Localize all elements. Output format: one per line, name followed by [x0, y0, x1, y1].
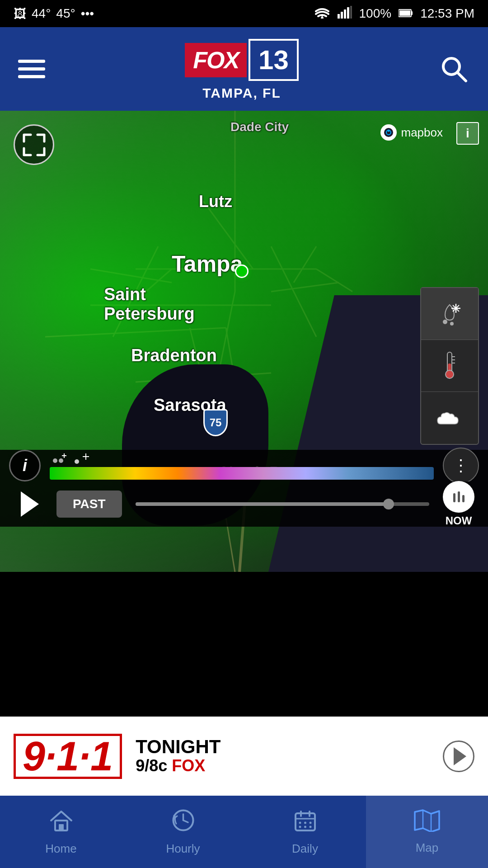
timeline-scrubber[interactable]	[136, 502, 429, 506]
nav-item-map[interactable]: Map	[366, 796, 488, 868]
svg-rect-8	[399, 10, 410, 16]
fox13-logo: FOX 13	[185, 38, 299, 83]
logo-area: FOX 13 TAMPA, FL	[185, 38, 299, 101]
status-temp2: 45°	[56, 6, 75, 21]
svg-point-51	[75, 459, 79, 464]
ad-timeslot: 9/8c	[136, 756, 167, 775]
battery-pct: 100%	[359, 6, 392, 21]
nav-label-hourly: Hourly	[166, 842, 200, 856]
timeline-thumb	[383, 499, 394, 509]
city-label-dade: Dade City	[230, 120, 289, 134]
playback-controls: PAST NOW	[0, 481, 488, 527]
svg-rect-4	[347, 7, 349, 19]
svg-point-66	[309, 822, 311, 824]
nav-label-map: Map	[416, 841, 439, 855]
svg-point-32	[384, 128, 393, 137]
ad-content: TONIGHT 9/8c FOX	[122, 737, 443, 775]
svg-point-35	[443, 320, 447, 324]
layer-clouds-button[interactable]	[421, 392, 478, 444]
status-bar: 🖼 44° 45° ••• 100%	[0, 0, 488, 27]
mapbox-text: mapbox	[401, 126, 443, 140]
ad-logo-area: 9·1·1	[14, 734, 122, 779]
map-icon	[414, 809, 440, 837]
timeline-progress-fill	[136, 502, 394, 506]
wifi-icon	[314, 6, 330, 22]
app-header: FOX 13 TAMPA, FL	[0, 27, 488, 111]
svg-point-43	[446, 370, 454, 378]
nav-label-daily: Daily	[292, 842, 318, 856]
past-button[interactable]: PAST	[56, 491, 122, 518]
mapbox-logo-icon	[380, 124, 397, 141]
more-options-icon: ⋮	[453, 456, 469, 475]
svg-rect-55	[458, 491, 460, 502]
svg-point-67	[299, 826, 301, 828]
legend-more-button[interactable]: ⋮	[443, 448, 479, 484]
legend-mixed-icon	[72, 452, 90, 465]
now-button[interactable]: NOW	[443, 481, 474, 527]
menu-button[interactable]	[18, 60, 45, 78]
city-label-saint-pete: SaintPetersburg	[104, 285, 195, 324]
nav-label-home: Home	[45, 842, 76, 856]
nav-item-home[interactable]: Home	[0, 796, 122, 868]
highway-shield-i75: 75	[203, 409, 228, 436]
layer-precipitation-button[interactable]	[421, 288, 478, 340]
legend-info-button[interactable]: i	[9, 450, 41, 481]
legend-color-scale	[50, 467, 434, 480]
svg-rect-2	[341, 12, 343, 19]
weather-map[interactable]: Dade City Lutz Tampa SaintPetersburg Bra…	[0, 111, 488, 572]
search-button[interactable]	[438, 53, 470, 85]
play-triangle-icon	[21, 491, 39, 517]
layer-temperature-button[interactable]	[421, 340, 478, 392]
fox-logo-text: FOX	[185, 43, 247, 77]
city-label-bradenton: Bradenton	[131, 346, 217, 365]
svg-rect-1	[338, 14, 340, 19]
ad-play-icon	[454, 747, 466, 765]
status-time: 12:53 PM	[420, 6, 474, 21]
status-temp: 44°	[32, 6, 51, 21]
battery-icon	[399, 6, 413, 21]
svg-point-48	[59, 458, 63, 463]
nav-item-daily[interactable]: Daily	[244, 796, 366, 868]
svg-rect-7	[411, 11, 413, 15]
svg-point-69	[309, 826, 311, 828]
ad-tonight-text: TONIGHT	[136, 737, 221, 756]
advertisement-banner[interactable]: 9·1·1 TONIGHT 9/8c FOX	[0, 717, 488, 796]
layer-controls-panel	[420, 287, 479, 445]
ad-play-button[interactable]	[443, 741, 474, 772]
map-info-button[interactable]: i	[456, 122, 479, 145]
legend-info-icon: i	[23, 456, 27, 475]
nav-item-hourly[interactable]: Hourly	[122, 796, 244, 868]
svg-point-34	[387, 130, 389, 132]
map-legend-strip: i ⋮	[0, 450, 488, 481]
legend-precip-icon	[50, 452, 68, 465]
svg-point-68	[304, 826, 306, 828]
play-button[interactable]	[14, 490, 43, 519]
svg-point-47	[53, 458, 57, 463]
bottom-navigation: Home Hourly	[0, 796, 488, 868]
svg-marker-70	[415, 810, 439, 832]
svg-line-10	[458, 73, 466, 81]
now-label: NOW	[446, 514, 472, 527]
ad-network: FOX	[172, 756, 205, 775]
daily-icon	[293, 808, 318, 838]
now-circle-icon	[443, 481, 474, 513]
fox-channel-number: 13	[249, 39, 299, 81]
expand-map-button[interactable]	[14, 124, 54, 165]
svg-rect-3	[344, 9, 346, 19]
svg-point-65	[304, 822, 306, 824]
svg-point-36	[450, 322, 454, 326]
signal-icon	[338, 6, 352, 22]
info-icon: i	[466, 126, 469, 141]
status-image-icon: 🖼	[14, 6, 26, 21]
home-icon	[49, 808, 74, 838]
status-ellipsis: •••	[81, 6, 94, 21]
svg-rect-56	[462, 495, 465, 502]
city-label-tampa: Tampa	[172, 251, 243, 277]
hourly-icon	[171, 808, 196, 838]
mapbox-attribution: mapbox	[380, 124, 443, 141]
city-label-lutz: Lutz	[199, 192, 232, 211]
ad-time-text: 9/8c FOX	[136, 756, 205, 775]
current-location-dot	[235, 264, 249, 278]
svg-rect-58	[59, 824, 64, 830]
svg-rect-5	[350, 6, 352, 19]
